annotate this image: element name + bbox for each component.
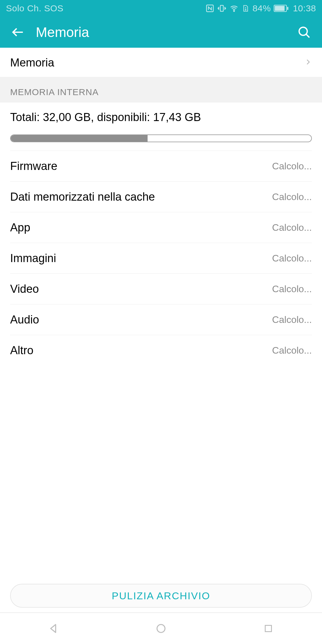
svg-point-7 bbox=[299, 27, 307, 35]
square-recent-icon bbox=[263, 623, 274, 634]
carrier-label: Solo Ch. SOS bbox=[6, 3, 64, 13]
search-button[interactable] bbox=[295, 23, 313, 41]
detail-label: App bbox=[10, 221, 30, 234]
svg-point-8 bbox=[157, 625, 165, 633]
detail-value: Calcolo... bbox=[272, 191, 312, 202]
circle-home-icon bbox=[155, 623, 167, 634]
detail-value: Calcolo... bbox=[272, 314, 312, 325]
arrow-left-icon bbox=[10, 25, 25, 40]
detail-label: Audio bbox=[10, 313, 39, 326]
status-bar: Solo Ch. SOS 84% 10:38 bbox=[0, 0, 322, 16]
footer-area: PULIZIA ARCHIVIO bbox=[0, 579, 322, 644]
wifi-icon bbox=[229, 4, 239, 13]
detail-label: Immagini bbox=[10, 252, 56, 265]
storage-summary-text: Totali: 32,00 GB, disponibili: 17,43 GB bbox=[10, 111, 312, 124]
detail-row-apps[interactable]: App Calcolo... bbox=[10, 212, 312, 243]
detail-value: Calcolo... bbox=[272, 222, 312, 233]
storage-progress-bar bbox=[10, 134, 312, 142]
detail-row-firmware[interactable]: Firmware Calcolo... bbox=[10, 151, 312, 181]
detail-value: Calcolo... bbox=[272, 345, 312, 356]
detail-label: Dati memorizzati nella cache bbox=[10, 191, 155, 203]
memory-row[interactable]: Memoria bbox=[0, 48, 322, 78]
svg-rect-1 bbox=[220, 5, 223, 11]
app-bar: Memoria bbox=[0, 16, 322, 48]
svg-rect-9 bbox=[265, 626, 272, 632]
detail-value: Calcolo... bbox=[272, 253, 312, 264]
clean-storage-button[interactable]: PULIZIA ARCHIVIO bbox=[10, 584, 312, 608]
clock-label: 10:38 bbox=[293, 3, 316, 13]
chevron-right-icon bbox=[304, 56, 312, 69]
status-right: 84% 10:38 bbox=[205, 3, 316, 13]
back-button[interactable] bbox=[9, 23, 27, 41]
status-left: Solo Ch. SOS bbox=[6, 3, 64, 13]
detail-row-audio[interactable]: Audio Calcolo... bbox=[10, 304, 312, 335]
detail-row-video[interactable]: Video Calcolo... bbox=[10, 273, 312, 304]
search-icon bbox=[297, 25, 312, 40]
storage-detail-list: Firmware Calcolo... Dati memorizzati nel… bbox=[0, 151, 322, 366]
nfc-icon bbox=[205, 4, 214, 13]
svg-rect-6 bbox=[287, 7, 288, 10]
svg-point-2 bbox=[233, 10, 234, 11]
battery-percent-label: 84% bbox=[253, 3, 271, 13]
detail-value: Calcolo... bbox=[272, 161, 312, 172]
detail-label: Firmware bbox=[10, 160, 57, 173]
svg-rect-5 bbox=[275, 6, 285, 11]
battery-icon bbox=[274, 4, 289, 12]
page-title: Memoria bbox=[36, 24, 295, 40]
detail-value: Calcolo... bbox=[272, 284, 312, 295]
detail-row-other[interactable]: Altro Calcolo... bbox=[10, 335, 312, 366]
clean-button-label: PULIZIA ARCHIVIO bbox=[112, 590, 210, 602]
nav-recent-button[interactable] bbox=[250, 620, 286, 637]
section-header-internal-storage: MEMORIA INTERNA bbox=[0, 82, 322, 103]
detail-label: Altro bbox=[10, 344, 33, 357]
clean-button-wrap: PULIZIA ARCHIVIO bbox=[0, 579, 322, 612]
nav-back-button[interactable] bbox=[36, 620, 72, 637]
vibrate-icon bbox=[217, 4, 226, 13]
nav-home-button[interactable] bbox=[143, 620, 179, 637]
navigation-bar bbox=[0, 612, 322, 644]
section-divider bbox=[0, 77, 322, 82]
detail-row-cache[interactable]: Dati memorizzati nella cache Calcolo... bbox=[10, 181, 312, 212]
detail-row-images[interactable]: Immagini Calcolo... bbox=[10, 243, 312, 273]
detail-label: Video bbox=[10, 283, 39, 295]
content: Memoria MEMORIA INTERNA Totali: 32,00 GB… bbox=[0, 48, 322, 366]
svg-point-3 bbox=[245, 9, 246, 10]
triangle-back-icon bbox=[48, 623, 60, 634]
memory-row-label: Memoria bbox=[10, 56, 54, 69]
storage-progress-fill bbox=[11, 135, 148, 142]
sim-alert-icon bbox=[242, 4, 250, 13]
storage-summary-block: Totali: 32,00 GB, disponibili: 17,43 GB bbox=[0, 103, 322, 151]
